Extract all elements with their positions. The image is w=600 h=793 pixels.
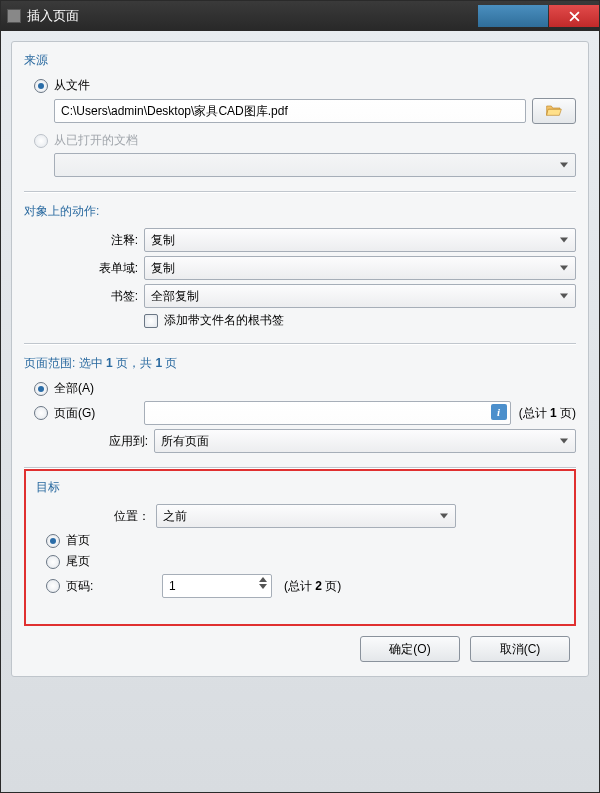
target-title: 目标 <box>36 479 564 496</box>
pages-label: 页面(G) <box>54 405 108 422</box>
browse-button[interactable] <box>532 98 576 124</box>
last-page-label: 尾页 <box>66 553 90 570</box>
folder-open-icon <box>546 103 562 120</box>
page-number-value: 1 <box>169 579 176 593</box>
dialog-footer: 确定(O) 取消(C) <box>24 626 576 662</box>
radio-from-file[interactable] <box>34 79 48 93</box>
dialog-panel: 来源 从文件 <box>11 41 589 677</box>
from-opened-label: 从已打开的文档 <box>54 132 138 149</box>
radio-pages[interactable] <box>34 406 48 420</box>
annot-value: 复制 <box>151 232 175 249</box>
actions-fieldset: 对象上的动作: 注释: 复制 表单域: 复制 书签: 全部复制 <box>24 203 576 333</box>
range-fieldset: 页面范围: 选中 1 页，共 1 页 全部(A) 页面(G) i <box>24 355 576 457</box>
add-root-bookmark-label: 添加带文件名的根书签 <box>164 312 284 329</box>
pages-input[interactable] <box>144 401 511 425</box>
target-count-text: (总计 2 页) <box>284 578 341 595</box>
close-button[interactable] <box>549 5 599 27</box>
bookmark-value: 全部复制 <box>151 288 199 305</box>
opened-doc-select <box>54 153 576 177</box>
position-value: 之前 <box>163 508 187 525</box>
apply-to-select[interactable]: 所有页面 <box>154 429 576 453</box>
titlebar-middle-button[interactable] <box>478 5 548 27</box>
annot-select[interactable]: 复制 <box>144 228 576 252</box>
pages-count-text: (总计 1 页) <box>519 405 576 422</box>
radio-first-page[interactable] <box>46 534 60 548</box>
spinner-arrows-icon[interactable] <box>259 577 267 589</box>
bookmark-label: 书签: <box>24 288 144 305</box>
dialog-window: 插入页面 来源 从文件 <box>0 0 600 793</box>
range-title: 页面范围: 选中 1 页，共 1 页 <box>24 355 576 372</box>
page-number-label: 页码: <box>66 578 106 595</box>
form-label: 表单域: <box>24 260 144 277</box>
source-fieldset: 来源 从文件 <box>24 52 576 181</box>
radio-last-page[interactable] <box>46 555 60 569</box>
all-pages-label: 全部(A) <box>54 380 94 397</box>
position-label: 位置： <box>36 508 156 525</box>
from-file-label: 从文件 <box>54 77 90 94</box>
form-select[interactable]: 复制 <box>144 256 576 280</box>
annot-label: 注释: <box>24 232 144 249</box>
titlebar[interactable]: 插入页面 <box>1 1 599 31</box>
radio-from-opened <box>34 134 48 148</box>
window-title: 插入页面 <box>27 7 477 25</box>
bookmark-select[interactable]: 全部复制 <box>144 284 576 308</box>
target-fieldset: 目标 位置： 之前 首页 尾页 <box>36 479 564 602</box>
cancel-button[interactable]: 取消(C) <box>470 636 570 662</box>
target-highlight-box: 目标 位置： 之前 首页 尾页 <box>24 469 576 626</box>
add-root-bookmark-checkbox[interactable] <box>144 314 158 328</box>
ok-button[interactable]: 确定(O) <box>360 636 460 662</box>
position-select[interactable]: 之前 <box>156 504 456 528</box>
apply-to-label: 应用到: <box>34 433 154 450</box>
actions-title: 对象上的动作: <box>24 203 576 220</box>
close-icon <box>569 11 580 22</box>
info-icon[interactable]: i <box>491 404 507 420</box>
source-title: 来源 <box>24 52 576 69</box>
file-path-input[interactable] <box>54 99 526 123</box>
first-page-label: 首页 <box>66 532 90 549</box>
form-value: 复制 <box>151 260 175 277</box>
apply-to-value: 所有页面 <box>161 433 209 450</box>
app-icon <box>7 9 21 23</box>
page-number-spinner[interactable]: 1 <box>162 574 272 598</box>
radio-page-number[interactable] <box>46 579 60 593</box>
radio-all-pages[interactable] <box>34 382 48 396</box>
